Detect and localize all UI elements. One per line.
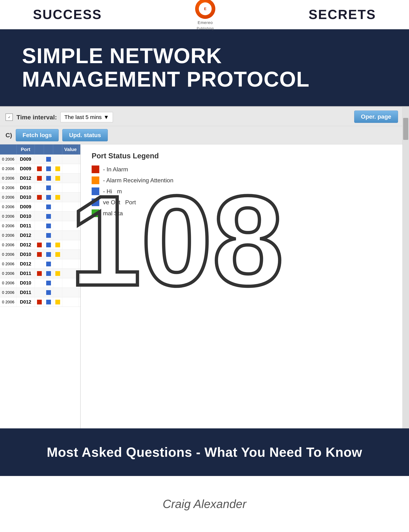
table-row: 0 2006D012 [0, 297, 80, 307]
td-date: 0 2006 [0, 269, 17, 278]
empty-cell [55, 214, 60, 219]
empty-cell [37, 214, 42, 219]
bottom-section: Most Asked Questions - What You Need To … [0, 428, 409, 476]
legend-item-normal: mal Sta [92, 209, 398, 217]
empty-cell [55, 261, 60, 266]
td-date: 0 2006 [0, 297, 17, 307]
td-value [62, 269, 79, 278]
empty-cell [37, 185, 42, 190]
td-cell [53, 269, 62, 278]
td-port: D010 [17, 250, 35, 259]
td-cell [44, 183, 53, 192]
blue-square-icon [46, 176, 51, 181]
yellow-square-icon [55, 252, 60, 257]
subtitle-text: Most Asked Questions - What You Need To … [47, 445, 362, 460]
td-cell [44, 212, 53, 221]
red-square-icon [37, 195, 42, 200]
legend-blue-icon [92, 188, 99, 195]
logo-publishing: Publishing [197, 27, 214, 30]
blue-square-icon [46, 185, 51, 190]
td-value [62, 288, 79, 297]
legend-green-icon [92, 209, 99, 217]
fetch-logs-button[interactable]: Fetch logs [16, 129, 59, 141]
legend-title: Port Status Legend [92, 152, 398, 160]
td-cell [53, 154, 62, 164]
time-select[interactable]: The last 5 mins ▼ [60, 112, 113, 122]
empty-cell [37, 157, 42, 162]
red-square-icon [37, 166, 42, 171]
td-date: 0 2006 [0, 202, 17, 211]
td-cell [35, 221, 44, 230]
td-value [62, 183, 79, 192]
td-cell [53, 278, 62, 288]
table-row: 0 2006D010 [0, 193, 80, 202]
td-cell [35, 154, 44, 164]
td-cell [35, 212, 44, 221]
td-cell [44, 202, 53, 211]
th-col3 [53, 144, 62, 154]
td-date: 0 2006 [0, 278, 17, 288]
td-date: 0 2006 [0, 193, 17, 202]
red-square-icon [37, 243, 42, 247]
app-toolbar: ✓ Time interval: The last 5 mins ▼ [0, 107, 409, 126]
legend-item-attention: - Alarm Receiving Attention [92, 176, 398, 184]
table-header: Port Value [0, 144, 80, 154]
red-square-icon [37, 300, 42, 305]
td-cell [44, 240, 53, 250]
td-date: 0 2006 [0, 259, 17, 269]
title-section: SIMPLE NETWORK MANAGEMENT PROTOCOL [0, 29, 409, 106]
td-port: D012 [17, 259, 35, 269]
td-value [62, 193, 79, 202]
empty-cell [55, 281, 60, 285]
blue-square-icon [46, 233, 51, 238]
td-cell [35, 288, 44, 297]
scrollbar-thumb[interactable] [403, 118, 408, 140]
td-cell [53, 173, 62, 183]
legend-item-out: ve Out Port [92, 198, 398, 206]
td-cell [35, 259, 44, 269]
yellow-square-icon [55, 300, 60, 305]
td-cell [53, 164, 62, 173]
td-date: 0 2006 [0, 231, 17, 240]
empty-cell [55, 233, 60, 238]
checkbox-icon[interactable]: ✓ [6, 114, 13, 121]
td-value [62, 212, 79, 221]
blue-square-icon [46, 252, 51, 257]
time-interval-label: Time interval: [17, 114, 57, 121]
td-port: D010 [17, 193, 35, 202]
author-name: Craig Alexander [163, 497, 246, 511]
th-col2 [44, 144, 53, 154]
blue-square-icon [46, 290, 51, 295]
td-cell [44, 269, 53, 278]
td-cell [53, 297, 62, 307]
dropdown-arrow-icon: ▼ [103, 114, 109, 120]
td-date: 0 2006 [0, 288, 17, 297]
empty-cell [37, 233, 42, 238]
table-row: 0 2006D010 [0, 183, 80, 193]
td-port: D011 [17, 221, 35, 230]
td-cell [35, 250, 44, 259]
td-cell [44, 297, 53, 307]
screenshot-area: Oper. page ✓ Time interval: The last 5 m… [0, 106, 409, 428]
logo-circle: E [195, 0, 215, 19]
red-square-icon [37, 252, 42, 257]
td-port: D012 [17, 297, 35, 307]
scrollbar-track[interactable] [402, 107, 409, 428]
td-cell [44, 250, 53, 259]
upd-status-button[interactable]: Upd. status [62, 129, 108, 141]
td-cell [35, 278, 44, 288]
empty-cell [37, 261, 42, 266]
empty-cell [55, 205, 60, 209]
yellow-square-icon [55, 243, 60, 247]
legend-item-hi: - Hi m [92, 188, 398, 195]
td-cell [35, 297, 44, 307]
empty-cell [55, 224, 60, 228]
td-cell [53, 231, 62, 240]
td-cell [35, 183, 44, 192]
red-square-icon [37, 271, 42, 276]
td-port: D012 [17, 240, 35, 250]
table-row: 0 2006D011 [0, 269, 80, 278]
oper-page-button[interactable]: Oper. page [354, 111, 398, 123]
logo-name: E [204, 7, 206, 11]
legend-attention-text: - Alarm Receiving Attention [103, 177, 173, 184]
